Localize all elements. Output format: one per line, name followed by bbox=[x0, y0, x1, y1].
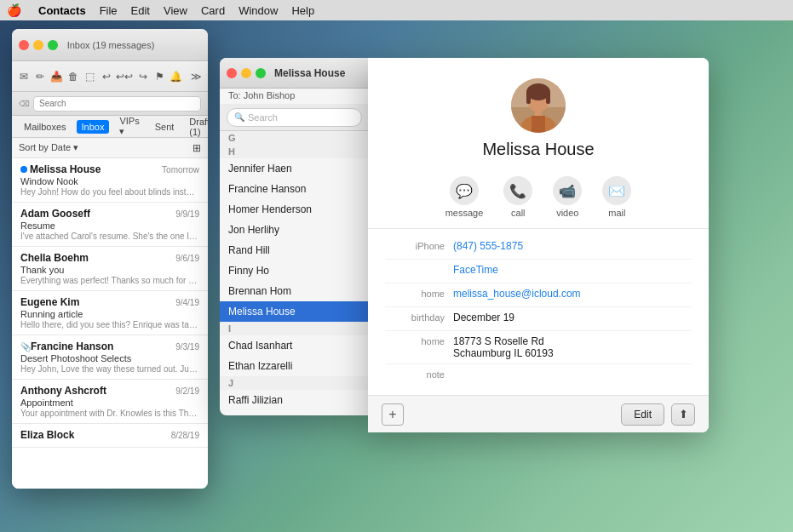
mail-item[interactable]: Eliza Block 8/28/19 bbox=[12, 424, 208, 448]
flag-button[interactable]: ⚑ bbox=[153, 67, 166, 86]
contact-action-video[interactable]: 📹 video bbox=[553, 176, 582, 218]
mail-sender: 📎Francine Hanson bbox=[20, 340, 113, 352]
contact-item-selected[interactable]: Melissa House bbox=[220, 301, 369, 322]
mail-search-bar: ⌫ bbox=[12, 92, 208, 116]
contact-item[interactable]: Brennan Hom bbox=[220, 281, 369, 301]
overflow-button[interactable]: ≫ bbox=[190, 67, 203, 86]
compose-button[interactable]: ✏ bbox=[33, 67, 46, 86]
contact-item[interactable]: Ethan Izzarelli bbox=[220, 356, 369, 376]
contact-action-mail[interactable]: ✉️ mail bbox=[602, 176, 631, 218]
field-label-facetime bbox=[385, 264, 445, 265]
contacts-minimize-button[interactable] bbox=[241, 68, 251, 78]
mail-item[interactable]: Adam Gooseff 9/9/19 Resume I've attached… bbox=[12, 203, 208, 247]
apple-menu-icon[interactable]: 🍎 bbox=[7, 3, 21, 17]
contacts-list-titlebar: Melissa House bbox=[220, 58, 369, 89]
menu-help[interactable]: Help bbox=[291, 4, 314, 17]
mail-item[interactable]: Eugene Kim 9/4/19 Running article Hello … bbox=[12, 291, 208, 335]
mail-search-input[interactable] bbox=[39, 99, 195, 108]
field-value-facetime[interactable]: FaceTime bbox=[453, 264, 498, 276]
contact-item[interactable]: Rand Hill bbox=[220, 240, 369, 260]
field-row-facetime: FaceTime bbox=[385, 260, 692, 283]
mail-sender: Melissa House bbox=[20, 163, 101, 175]
contacts-search-box[interactable]: 🔍 Search bbox=[227, 108, 362, 127]
field-value-phone[interactable]: (847) 555-1875 bbox=[453, 240, 523, 252]
mail-list: Melissa House Tomorrow Window Nook Hey J… bbox=[12, 158, 208, 489]
mail-item[interactable]: 📎Francine Hanson 9/3/19 Desert Photoshoo… bbox=[12, 335, 208, 380]
tab-mailboxes[interactable]: Mailboxes bbox=[19, 120, 72, 134]
mail-date: Tomorrow bbox=[162, 165, 199, 174]
add-field-button[interactable]: + bbox=[382, 403, 404, 426]
contacts-list-window: Melissa House To: John Bishop 🔍 Search G… bbox=[220, 58, 369, 415]
move-button[interactable]: ⬚ bbox=[83, 67, 96, 86]
contact-action-message[interactable]: 💬 message bbox=[445, 176, 484, 218]
forward-button[interactable]: ↪ bbox=[136, 67, 149, 86]
menu-view[interactable]: View bbox=[164, 4, 187, 17]
mail-sender: Anthony Ashcroft bbox=[20, 385, 106, 397]
mail-item[interactable]: Melissa House Tomorrow Window Nook Hey J… bbox=[12, 158, 208, 203]
mail-preview: I've attached Carol's resume. She's the … bbox=[20, 232, 199, 241]
field-value-address[interactable]: 18773 S Roselle Rd Schaumburg IL 60193 bbox=[453, 335, 554, 359]
mail-preview: Your appointment with Dr. Knowles is thi… bbox=[20, 409, 199, 418]
archive-button[interactable]: 📥 bbox=[50, 67, 63, 86]
tab-inbox[interactable]: Inbox bbox=[77, 120, 110, 134]
mail-tabs: Mailboxes Inbox VIPs ▾ Sent Drafts (1) bbox=[12, 116, 208, 138]
notify-button[interactable]: 🔔 bbox=[170, 67, 182, 86]
reply-all-button[interactable]: ↩↩ bbox=[116, 67, 133, 86]
menu-window[interactable]: Window bbox=[238, 4, 278, 17]
field-label-email: home bbox=[385, 288, 445, 299]
contact-item[interactable]: Chad Isanhart bbox=[220, 335, 369, 356]
edit-button[interactable]: Edit bbox=[621, 403, 664, 426]
contacts-close-button[interactable] bbox=[227, 68, 237, 78]
contact-item[interactable]: Raffi Jilizian bbox=[220, 390, 369, 405]
filter-icon[interactable]: ⊞ bbox=[193, 142, 201, 154]
mail-item[interactable]: Anthony Ashcroft 9/2/19 Appointment Your… bbox=[12, 380, 208, 424]
mail-window: Inbox (19 messages) ✉ ✏ 📥 🗑 ⬚ ↩ ↩↩ ↪ ⚑ 🔔… bbox=[12, 29, 208, 489]
contact-item[interactable]: Finny Ho bbox=[220, 260, 369, 281]
mail-date: 9/6/19 bbox=[175, 254, 199, 263]
mail-titlebar: Inbox (19 messages) bbox=[12, 29, 208, 61]
field-label-note: note bbox=[385, 369, 445, 380]
mail-subject: Window Nook bbox=[20, 176, 199, 186]
mail-toolbar: ✉ ✏ 📥 🗑 ⬚ ↩ ↩↩ ↪ ⚑ 🔔 ≫ bbox=[12, 61, 208, 92]
field-value-birthday: December 19 bbox=[453, 312, 514, 323]
contact-action-call[interactable]: 📞 call bbox=[503, 176, 532, 218]
call-icon: 📞 bbox=[503, 176, 532, 205]
share-button[interactable]: ⬆ bbox=[671, 403, 695, 426]
menu-card[interactable]: Card bbox=[201, 4, 225, 17]
contacts-traffic-lights bbox=[227, 68, 266, 78]
tab-sent[interactable]: Sent bbox=[150, 120, 180, 134]
field-label-address: home bbox=[385, 335, 445, 346]
mail-subject: Thank you bbox=[20, 265, 199, 275]
contact-header: Melissa House bbox=[368, 58, 709, 169]
mail-preview: Hey John, Love the way these turned out.… bbox=[20, 364, 199, 374]
contact-actions: 💬 message 📞 call 📹 video ✉️ mail bbox=[368, 169, 709, 229]
mail-sender: Adam Gooseff bbox=[20, 208, 90, 220]
contact-item[interactable]: Francine Hanson bbox=[220, 179, 369, 199]
tab-drafts[interactable]: Drafts (1) bbox=[184, 115, 208, 139]
sort-label[interactable]: Sort by Date ▾ bbox=[19, 142, 78, 153]
mail-item[interactable]: Chella Boehm 9/6/19 Thank you Everything… bbox=[12, 247, 208, 291]
unread-indicator bbox=[20, 166, 27, 173]
section-label-i: I bbox=[220, 322, 369, 335]
tab-vips[interactable]: VIPs ▾ bbox=[114, 114, 144, 139]
delete-button[interactable]: 🗑 bbox=[66, 67, 79, 86]
mail-sender: Chella Boehm bbox=[20, 252, 89, 264]
mail-date: 9/9/19 bbox=[175, 209, 199, 219]
mail-subject: Desert Photoshoot Selects bbox=[20, 353, 199, 363]
reply-button[interactable]: ↩ bbox=[100, 67, 112, 86]
section-label-h: H bbox=[220, 145, 369, 158]
contact-item[interactable]: Jennifer Haen bbox=[220, 158, 369, 179]
menu-edit[interactable]: Edit bbox=[131, 4, 150, 17]
contacts-zoom-button[interactable] bbox=[256, 68, 266, 78]
mail-preview: Hello there, did you see this? Enrique w… bbox=[20, 320, 199, 329]
svg-rect-5 bbox=[526, 92, 531, 104]
section-label-j: J bbox=[220, 376, 369, 390]
contact-item[interactable]: Homer Henderson bbox=[220, 199, 369, 220]
menubar: 🍎 Contacts File Edit View Card Window He… bbox=[0, 0, 793, 20]
contact-item[interactable]: Jon Herlihy bbox=[220, 220, 369, 240]
svg-rect-8 bbox=[532, 116, 545, 133]
new-message-button[interactable]: ✉ bbox=[17, 67, 30, 86]
contact-footer: + Edit ⬆ bbox=[368, 395, 709, 432]
field-value-email[interactable]: melissa_house@icloud.com bbox=[453, 288, 581, 300]
menu-file[interactable]: File bbox=[100, 4, 118, 17]
